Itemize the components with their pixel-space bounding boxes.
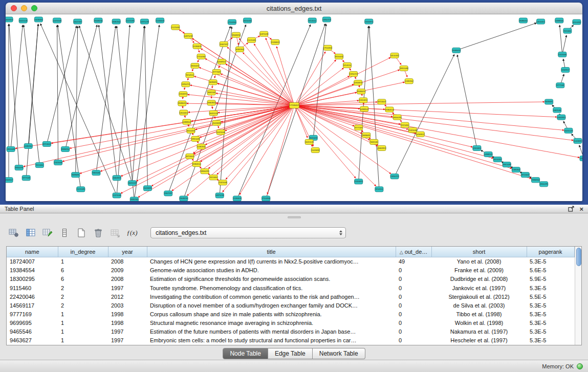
show-columns-icon[interactable]: [24, 227, 37, 239]
cell-out_degree[interactable]: 0: [396, 310, 431, 318]
graph-node-teal[interactable]: 16055128: [19, 18, 28, 23]
graph-node-yellow[interactable]: 11381902: [405, 79, 413, 84]
table-row[interactable]: 977716911998Corpus callosum shape and si…: [7, 310, 574, 318]
cell-year[interactable]: 2012: [108, 292, 147, 301]
graph-node-yellow[interactable]: 9777169: [355, 125, 363, 130]
graph-node-yellow[interactable]: 15184619: [271, 39, 279, 45]
cell-out_degree[interactable]: 49: [396, 257, 431, 266]
function-builder-icon[interactable]: ƒ(x): [125, 227, 139, 239]
close-window-button[interactable]: [11, 5, 17, 11]
cell-year[interactable]: 1997: [108, 283, 147, 292]
graph-node-teal[interactable]: 10975239: [215, 193, 224, 198]
zoom-window-button[interactable]: [31, 5, 37, 11]
graph-node-teal[interactable]: 19086053: [452, 48, 461, 53]
cell-out_degree[interactable]: 0: [396, 301, 431, 310]
cell-name[interactable]: 9115460: [7, 283, 58, 292]
graph-node-yellow[interactable]: 15950723: [181, 82, 190, 87]
graph-node-teal[interactable]: 21221095: [76, 187, 85, 192]
cell-title[interactable]: Estimation of significance thresholds fo…: [147, 275, 396, 283]
cell-in_degree[interactable]: 1: [58, 319, 108, 327]
graph-node-teal[interactable]: 12610651: [472, 145, 481, 150]
graph-node-yellow[interactable]: 12470548: [216, 129, 225, 135]
graph-node-yellow[interactable]: 18381902: [235, 47, 244, 52]
column-header-in_degree[interactable]: in_degree: [58, 247, 108, 257]
cell-title[interactable]: Changes of HCN gene expression and I(f) …: [147, 257, 396, 266]
cell-title[interactable]: Genome-wide association studies in ADHD.: [147, 266, 396, 275]
graph-node-yellow[interactable]: 15018492: [311, 147, 320, 152]
cell-in_degree[interactable]: 2: [58, 283, 108, 292]
column-header-pagerank[interactable]: pagerank: [527, 247, 574, 257]
cell-year[interactable]: 2008: [108, 257, 147, 266]
graph-node-yellow[interactable]: 19915089: [400, 66, 408, 71]
cell-in_degree[interactable]: 6: [58, 266, 108, 275]
tab-network-table[interactable]: Network Table: [313, 348, 365, 359]
graph-node-yellow[interactable]: 16055128: [209, 111, 218, 116]
cell-year[interactable]: 2008: [108, 275, 147, 283]
graph-node-teal[interactable]: 12610651: [536, 19, 545, 24]
graph-node-teal[interactable]: 16510332: [572, 19, 581, 25]
tab-node-table[interactable]: Node Table: [223, 348, 268, 359]
graph-node-yellow[interactable]: 9115460: [209, 175, 217, 180]
graph-node-teal[interactable]: 11607437: [164, 191, 172, 196]
cell-year[interactable]: 2009: [108, 266, 147, 275]
cell-title[interactable]: Embryonic stem cells: a model to study s…: [147, 336, 396, 345]
network-svg[interactable]: 2066392316055128150184921247054811607437…: [6, 14, 582, 201]
cell-pagerank[interactable]: 5.3E-5: [527, 310, 574, 318]
table-row[interactable]: 1938455462009Genome-wide association stu…: [7, 266, 574, 275]
graph-node-teal[interactable]: 12470548: [53, 18, 61, 23]
cell-title[interactable]: Investigating the contribution of common…: [147, 292, 396, 301]
cell-year[interactable]: 1998: [108, 319, 147, 327]
graph-node-teal[interactable]: 21926974: [364, 19, 374, 24]
graph-node-teal[interactable]: 18724007: [521, 172, 530, 178]
cell-out_degree[interactable]: 0: [396, 292, 431, 301]
graph-node-yellow[interactable]: 18724007: [185, 154, 194, 159]
cell-short[interactable]: Wolkin et al. (1998): [431, 319, 527, 327]
table-row[interactable]: 1456911722003Disruption of a novel membe…: [7, 301, 574, 310]
table-row[interactable]: 2242004622012Investigating the contribut…: [7, 292, 574, 301]
cell-title[interactable]: Structural magnetic resonance image aver…: [147, 319, 396, 327]
graph-node-yellow[interactable]: 12610651: [359, 98, 367, 103]
graph-node-yellow[interactable]: 10975239: [259, 31, 268, 36]
graph-node-teal[interactable]: 12470548: [113, 193, 121, 198]
cell-short[interactable]: Tibbo et al. (1998): [431, 310, 527, 318]
cell-year[interactable]: 1997: [108, 336, 147, 345]
graph-node-teal[interactable]: 11381902: [512, 167, 520, 172]
table-row[interactable]: 1830029562008Estimation of significance …: [7, 275, 574, 283]
cell-short[interactable]: Stergiakouli et al. (2012): [431, 292, 527, 301]
graph-node-teal[interactable]: 15018492: [34, 17, 43, 22]
graph-node-teal[interactable]: 9777169: [556, 83, 564, 88]
graph-node-yellow[interactable]: 18200432: [335, 54, 343, 59]
graph-node-yellow[interactable]: 20663923: [377, 145, 386, 150]
graph-node-teal[interactable]: 19915089: [503, 162, 511, 167]
graph-node-yellow[interactable]: 21221095: [171, 25, 180, 30]
graph-node-yellow[interactable]: 15184619: [193, 43, 202, 49]
graph-node-yellow[interactable]: 14569117: [217, 59, 226, 64]
graph-node-yellow[interactable]: 20663923: [207, 100, 216, 105]
create-table-icon[interactable]: [75, 227, 88, 239]
graph-node-yellow[interactable]: 10975239: [184, 33, 192, 38]
cell-pagerank[interactable]: 5.3E-5: [527, 283, 574, 292]
import-table-icon[interactable]: [108, 227, 122, 239]
column-header-name[interactable]: name: [7, 247, 58, 257]
cell-in_degree[interactable]: 2: [58, 292, 108, 301]
column-header-title[interactable]: title: [147, 247, 396, 257]
table-row[interactable]: 1872400712008Changes of HCN gene express…: [7, 257, 574, 266]
cell-name[interactable]: 9463627: [7, 336, 58, 345]
cell-name[interactable]: 19384554: [7, 266, 58, 275]
cell-out_degree[interactable]: 0: [396, 275, 431, 283]
cell-pagerank[interactable]: 5.6E-5: [527, 266, 574, 275]
graph-node-teal[interactable]: 14569117: [561, 68, 570, 73]
column-header-year[interactable]: year: [108, 247, 147, 257]
graph-node-teal[interactable]: 9214510: [308, 18, 316, 23]
cell-out_degree[interactable]: 0: [396, 283, 431, 292]
graph-node-teal[interactable]: 17554300: [262, 196, 270, 201]
cell-in_degree[interactable]: 1: [58, 257, 108, 266]
graph-node-teal[interactable]: 19384554: [61, 146, 70, 151]
cell-short[interactable]: de Silva et al. (2003): [431, 301, 527, 310]
graph-node-teal[interactable]: 9115460: [563, 28, 572, 33]
graph-node-yellow[interactable]: 9465546: [370, 139, 378, 144]
column-header-out_degree[interactable]: △out_de…: [396, 247, 431, 257]
graph-node-yellow[interactable]: 15950723: [349, 72, 358, 77]
cell-pagerank[interactable]: 5.5E-5: [527, 292, 574, 301]
graph-node-yellow[interactable]: 19384554: [192, 162, 202, 167]
